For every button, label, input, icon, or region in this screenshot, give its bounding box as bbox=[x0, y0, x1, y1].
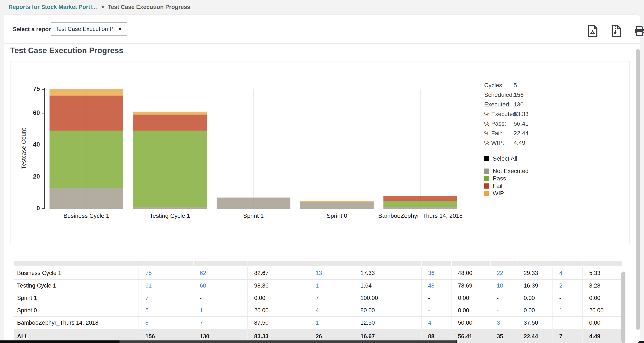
count-link[interactable]: 4 bbox=[428, 320, 431, 326]
value-cell: 20.00 bbox=[248, 304, 309, 317]
bar-fail[interactable] bbox=[384, 196, 457, 201]
count-link[interactable]: 48 bbox=[428, 283, 434, 289]
stat-value: 83.33 bbox=[514, 111, 528, 117]
count-link[interactable]: 1 bbox=[316, 283, 319, 289]
value-cell: 7 bbox=[309, 292, 354, 304]
value-cell: 60 bbox=[193, 280, 248, 292]
bar-not-executed[interactable] bbox=[216, 198, 290, 209]
legend-item-pass[interactable]: Pass bbox=[484, 175, 528, 182]
count-link[interactable]: 7 bbox=[145, 295, 148, 301]
value-cell: 12.50 bbox=[354, 317, 422, 329]
value-cell: 0.00 bbox=[451, 304, 490, 317]
select-all-checkbox[interactable] bbox=[484, 156, 489, 161]
count-link[interactable]: 1 bbox=[316, 320, 319, 326]
table-row: Sprint 05120.00480.00-0.00-0.00120.00 bbox=[14, 304, 622, 317]
value-cell: - bbox=[490, 292, 517, 304]
value-cell: 0.00 bbox=[517, 292, 553, 304]
count-link[interactable]: 4 bbox=[559, 270, 562, 276]
count-link[interactable]: 75 bbox=[145, 270, 152, 276]
bar-pass[interactable] bbox=[384, 201, 457, 207]
value-cell: - bbox=[422, 292, 451, 304]
count-link[interactable]: 13 bbox=[316, 270, 322, 276]
table-row: Testing Cycle 1616098.3611.644878.691016… bbox=[14, 280, 622, 292]
count-link[interactable]: 62 bbox=[200, 270, 206, 276]
value-cell: 13 bbox=[309, 267, 354, 280]
value-cell: 100.00 bbox=[354, 292, 422, 304]
count-link[interactable]: 7 bbox=[200, 320, 203, 326]
cycle-name-cell: Sprint 1 bbox=[14, 292, 139, 304]
bar-wip[interactable] bbox=[300, 201, 374, 202]
stat-label: Cycles: bbox=[484, 82, 504, 88]
y-tick-label: 0 bbox=[25, 205, 40, 212]
value-cell: 75 bbox=[139, 267, 193, 280]
breadcrumb-current-page: Test Case Execution Progress bbox=[108, 4, 190, 10]
count-link[interactable]: 10 bbox=[497, 283, 503, 289]
table-header-cell bbox=[490, 261, 517, 266]
bar-pass[interactable] bbox=[133, 131, 207, 207]
stat-row: % Executed:83.33 bbox=[484, 111, 518, 120]
value-cell: 0.00 bbox=[451, 292, 490, 304]
cycle-name-cell: BambooZephyr_Thurs 14, 2018 bbox=[14, 317, 139, 329]
count-link[interactable]: 3 bbox=[497, 320, 500, 326]
count-link[interactable]: 4 bbox=[316, 307, 319, 314]
value-cell: 1.64 bbox=[354, 280, 422, 292]
value-cell: 36 bbox=[422, 267, 451, 280]
legend-label: Fail bbox=[493, 183, 502, 189]
count-link[interactable]: 7 bbox=[316, 295, 319, 301]
count-link[interactable]: 1 bbox=[200, 307, 203, 314]
value-cell: 7 bbox=[193, 317, 248, 329]
stat-label: % WIP: bbox=[484, 139, 504, 146]
count-link[interactable]: 1 bbox=[559, 307, 562, 314]
bar-not-executed[interactable] bbox=[300, 202, 374, 209]
page-vertical-scrollbar[interactable] bbox=[636, 49, 640, 330]
stat-row: % WIP:4.49 bbox=[484, 139, 518, 149]
legend-select-all[interactable]: Select All bbox=[484, 155, 528, 162]
legend-item-fail[interactable]: Fail bbox=[484, 182, 528, 190]
value-cell: 37.50 bbox=[517, 317, 553, 329]
print-button[interactable] bbox=[634, 25, 644, 37]
breadcrumb-reports-link[interactable]: Reports for Stock Market Portf... bbox=[8, 4, 97, 10]
summary-stats: Cycles:5Scheduled:156Executed:130% Execu… bbox=[484, 82, 518, 149]
count-link[interactable]: 36 bbox=[428, 270, 434, 276]
legend-item-not-executed[interactable]: Not Executed bbox=[484, 167, 528, 175]
count-link[interactable]: 61 bbox=[145, 283, 152, 289]
count-link[interactable]: 22 bbox=[497, 270, 503, 276]
legend-label: Not Executed bbox=[493, 168, 528, 174]
value-cell: 7 bbox=[139, 292, 193, 304]
count-link[interactable]: 5 bbox=[145, 307, 148, 314]
y-tick-label: 20 bbox=[25, 173, 40, 180]
count-link[interactable]: 2 bbox=[559, 283, 562, 289]
value-cell: 48 bbox=[422, 280, 451, 292]
bar-wip[interactable] bbox=[50, 89, 123, 96]
bar-pass[interactable] bbox=[50, 131, 123, 188]
legend-item-wip[interactable]: WIP bbox=[484, 190, 528, 197]
pdf-file-icon bbox=[588, 25, 598, 37]
horizontal-scrollbar-thumb[interactable] bbox=[120, 341, 457, 343]
bar-not-executed[interactable] bbox=[50, 188, 123, 209]
table-vertical-scrollbar[interactable] bbox=[622, 272, 626, 343]
bar-fail[interactable] bbox=[133, 115, 207, 131]
count-link[interactable]: 60 bbox=[200, 283, 206, 289]
legend-label: Pass bbox=[493, 175, 506, 182]
cycle-name-cell: Testing Cycle 1 bbox=[14, 280, 139, 292]
value-cell: 1 bbox=[193, 304, 248, 317]
select-all-label: Select All bbox=[493, 155, 517, 162]
value-cell: 3.28 bbox=[582, 280, 622, 292]
bar-fail[interactable] bbox=[50, 96, 123, 131]
value-cell: 62 bbox=[193, 267, 248, 280]
value-cell: 16.39 bbox=[517, 280, 553, 292]
report-select-dropdown[interactable]: Test Case Execution Progr... ▼ bbox=[51, 22, 127, 36]
export-zip-button[interactable] bbox=[610, 25, 622, 37]
bar-not-executed[interactable] bbox=[384, 207, 457, 209]
bar-not-executed[interactable] bbox=[133, 207, 207, 209]
count-link[interactable]: 8 bbox=[145, 320, 148, 326]
table-horizontal-scrollbar[interactable] bbox=[0, 341, 457, 343]
value-cell: 80.00 bbox=[354, 304, 422, 317]
export-pdf-button[interactable] bbox=[587, 25, 599, 37]
stat-label: % Pass: bbox=[484, 120, 506, 127]
execution-table: Business Cycle 1756282.671317.333648.002… bbox=[14, 259, 622, 343]
value-cell: 50.00 bbox=[451, 317, 490, 329]
gridline-v bbox=[420, 89, 420, 209]
value-cell: - bbox=[422, 304, 451, 317]
bar-wip[interactable] bbox=[133, 112, 207, 115]
